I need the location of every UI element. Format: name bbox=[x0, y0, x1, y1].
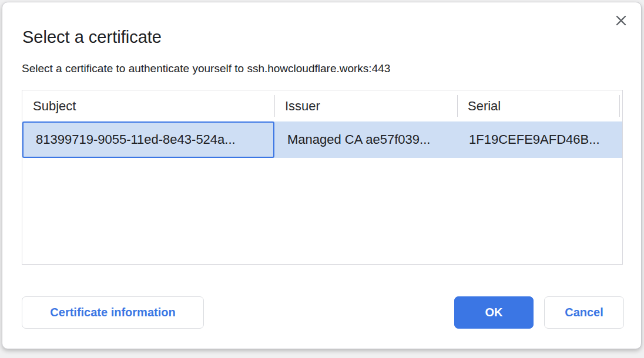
column-header-spacer bbox=[619, 90, 622, 121]
select-certificate-dialog: Select a certificate Select a certificat… bbox=[2, 2, 642, 349]
cell-issuer: Managed CA ae57f039... bbox=[274, 121, 457, 158]
column-header-serial: Serial bbox=[457, 90, 619, 121]
cell-serial: 1F19CEFE9AFD46B... bbox=[457, 121, 619, 158]
cell-subject: 81399719-9055-11ed-8e43-524a... bbox=[22, 121, 274, 158]
column-header-subject: Subject bbox=[22, 90, 274, 121]
ok-button[interactable]: OK bbox=[454, 296, 534, 329]
dialog-title: Select a certificate bbox=[22, 26, 162, 48]
certificate-information-button[interactable]: Certificate information bbox=[22, 296, 204, 329]
cancel-button[interactable]: Cancel bbox=[544, 296, 624, 329]
column-header-issuer: Issuer bbox=[274, 90, 457, 121]
certificate-row[interactable]: 81399719-9055-11ed-8e43-524a... Managed … bbox=[22, 121, 622, 158]
close-icon bbox=[615, 14, 628, 27]
dialog-subtitle: Select a certificate to authenticate you… bbox=[22, 62, 390, 76]
table-header: Subject Issuer Serial bbox=[22, 90, 622, 121]
close-button[interactable] bbox=[612, 12, 630, 29]
certificate-table: Subject Issuer Serial 81399719-9055-11ed… bbox=[22, 90, 623, 265]
